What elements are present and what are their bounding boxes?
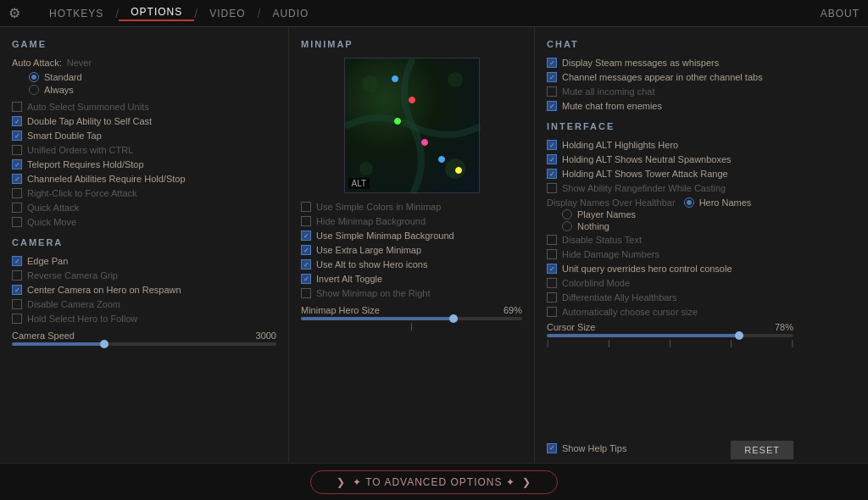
cb-quick-move[interactable] — [12, 217, 22, 227]
cb-ability-range[interactable] — [547, 183, 557, 193]
hero-size-fill — [301, 317, 453, 320]
opt-edge-pan: Edge Pan — [12, 256, 276, 266]
cb-disable-status[interactable] — [547, 235, 557, 245]
cb-teleport[interactable] — [12, 159, 22, 169]
nav-options[interactable]: OPTIONS — [119, 6, 194, 21]
opt-quick-move: Quick Move — [12, 217, 276, 227]
lbl-center-cam: Center Camera on Hero on Respawn — [27, 285, 181, 295]
map-dot-4 — [421, 139, 428, 146]
opt-disable-status: Disable Status Text — [547, 235, 793, 245]
radio-hero-names[interactable] — [684, 197, 694, 208]
cb-alt-hero-icons[interactable] — [301, 259, 311, 269]
cb-mute-incoming[interactable] — [547, 86, 557, 97]
cb-holding-alt-spawn[interactable] — [547, 154, 557, 164]
lbl-steam-whispers: Display Steam messages as whispers — [562, 58, 719, 68]
lbl-ability-range: Show Ability Rangefinder While Casting — [562, 183, 726, 193]
hero-size-pct: 69% — [504, 305, 522, 315]
cb-extra-large[interactable] — [301, 245, 311, 255]
reset-button[interactable]: RESET — [731, 441, 793, 459]
minimap-title: MINIMAP — [301, 39, 522, 49]
opt-auto-select: Auto Select Summoned Units — [12, 102, 276, 112]
cb-auto-select[interactable] — [12, 102, 22, 112]
hero-size-slider: Minimap Hero Size 69% | — [301, 305, 522, 332]
cb-diff-ally[interactable] — [547, 292, 557, 303]
cb-edge-pan[interactable] — [12, 256, 22, 266]
about-label[interactable]: ABOUT — [821, 8, 860, 19]
radio-player-row[interactable]: Player Names — [562, 209, 793, 219]
opt-diff-ally: Differentiate Ally Healthbars — [547, 292, 793, 303]
radio-standard[interactable] — [29, 72, 39, 82]
opt-alt-hero-icons: Use Alt to show Hero icons — [301, 259, 522, 269]
cursor-size-track[interactable] — [547, 334, 793, 337]
advanced-options-button[interactable]: ❯ ✦ TO ADVANCED OPTIONS ✦ ❯ — [310, 470, 558, 494]
cb-center-cam[interactable] — [12, 285, 22, 295]
cb-colorblind[interactable] — [547, 278, 557, 288]
cb-auto-cursor[interactable] — [547, 307, 557, 317]
camera-speed-thumb[interactable] — [100, 340, 108, 348]
opt-channeled: Channeled Abilities Require Hold/Stop — [12, 174, 276, 184]
cb-hold-select[interactable] — [12, 314, 22, 324]
cb-show-help[interactable] — [547, 443, 557, 453]
opt-invert-alt: Invert Alt Toggle — [301, 274, 522, 284]
lbl-mute-incoming: Mute all incoming chat — [562, 86, 654, 97]
opt-simple-colors: Use Simple Colors in Minimap — [301, 202, 522, 212]
cb-unit-query[interactable] — [547, 264, 557, 274]
cursor-size-label: Cursor Size — [547, 322, 595, 332]
cb-mute-enemies[interactable] — [547, 101, 557, 111]
cb-channel-msgs[interactable] — [547, 72, 557, 82]
opt-holding-alt-hero: Holding ALT Highlights Hero — [547, 140, 793, 150]
right-column: CHAT Display Steam messages as whispers … — [534, 27, 805, 500]
nav-hotkeys[interactable]: HOTKEYS — [37, 8, 115, 19]
svg-point-0 — [362, 75, 379, 92]
cb-reverse-cam[interactable] — [12, 270, 22, 281]
map-dot-1 — [392, 75, 398, 82]
advanced-chevron-right: ❯ — [522, 476, 531, 488]
lbl-colorblind: Colorblind Mode — [562, 278, 630, 288]
cb-unified[interactable] — [12, 145, 22, 155]
main-content: GAME Auto Attack: Never Standard Always — [0, 27, 868, 500]
radio-always-row[interactable]: Always — [29, 85, 276, 95]
nav-video[interactable]: VIDEO — [198, 8, 257, 19]
cb-quick-attack[interactable] — [12, 203, 22, 213]
cb-holding-alt-tower[interactable] — [547, 169, 557, 179]
radio-always[interactable] — [29, 85, 39, 95]
gear-icon[interactable]: ⚙ — [8, 5, 20, 21]
camera-speed-track[interactable] — [12, 342, 276, 346]
lbl-holding-alt-hero: Holding ALT Highlights Hero — [562, 140, 678, 150]
radio-standard-row[interactable]: Standard — [29, 72, 276, 82]
opt-auto-cursor: Automatically choose cursor size — [547, 307, 793, 317]
cb-steam-whispers[interactable] — [547, 58, 557, 68]
radio-nothing-row[interactable]: Nothing — [562, 221, 793, 231]
radio-nothing[interactable] — [562, 221, 572, 231]
cb-smart-double[interactable] — [12, 131, 22, 141]
cb-simple-bg[interactable] — [301, 231, 311, 241]
nav-audio[interactable]: AUDIO — [260, 8, 320, 19]
lbl-invert-alt: Invert Alt Toggle — [316, 274, 382, 284]
opt-unified: Unified Orders with CTRL — [12, 145, 276, 155]
cb-double-tap[interactable] — [12, 116, 22, 126]
opt-simple-bg: Use Simple Minimap Background — [301, 231, 522, 241]
lbl-nothing: Nothing — [577, 221, 609, 231]
cb-holding-alt-hero[interactable] — [547, 140, 557, 150]
cb-disable-zoom[interactable] — [12, 299, 22, 309]
opt-holding-alt-spawn: Holding ALT Shows Neutral Spawnboxes — [547, 154, 793, 164]
radio-player-names[interactable] — [562, 209, 572, 219]
auto-attack-never[interactable]: Never — [67, 58, 92, 68]
interface-section: INTERFACE Holding ALT Highlights Hero Ho… — [547, 121, 793, 349]
cursor-size-slider: Cursor Size 78% | | | | | — [547, 322, 793, 349]
cb-simple-colors[interactable] — [301, 202, 311, 212]
radio-always-label: Always — [44, 85, 74, 95]
cb-right-click[interactable] — [12, 188, 22, 198]
cb-show-right[interactable] — [301, 288, 311, 298]
opt-smart-double: Smart Double Tap — [12, 131, 276, 141]
hero-size-track[interactable] — [301, 317, 522, 320]
opt-disable-zoom: Disable Camera Zoom — [12, 299, 276, 309]
cb-hide-bg[interactable] — [301, 216, 311, 226]
show-help-row: Show Help Tips RESET — [547, 441, 793, 459]
opt-double-tap: Double Tap Ability to Self Cast — [12, 116, 276, 126]
map-dot-2 — [409, 97, 415, 103]
cb-invert-alt[interactable] — [301, 274, 311, 284]
cb-hide-damage[interactable] — [547, 249, 557, 259]
cb-channeled[interactable] — [12, 174, 22, 184]
minimap-image — [345, 58, 479, 192]
